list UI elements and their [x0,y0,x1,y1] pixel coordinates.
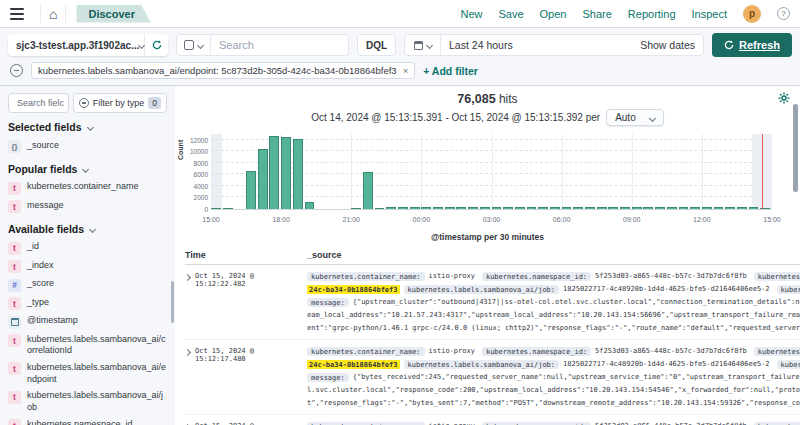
expand-row-icon[interactable] [184,349,191,356]
search-input[interactable]: Search [176,34,349,56]
histogram-bar[interactable] [643,207,653,209]
field-item[interactable]: @timestamp [8,313,167,332]
field-item[interactable]: tkubernetes.container_name [8,179,167,198]
filter-pill[interactable]: kubernetes.labels.sambanova_ai/endpoint:… [31,62,415,79]
breadcrumb[interactable]: Discover [76,5,150,23]
page-scrollbar[interactable] [793,104,798,192]
field-search-input[interactable]: Search fielc [8,93,69,113]
field-item[interactable]: tkubernetes.labels.sambanova_ai/endpoint [8,359,167,387]
histogram-bar[interactable] [667,207,677,209]
menu-icon[interactable] [10,8,24,20]
histogram-bar[interactable] [398,207,408,209]
histogram-bar[interactable] [258,149,268,209]
field-item[interactable]: tkubernetes.labels.sambanova_ai/job [8,388,167,416]
y-tick-label: 8000 [194,159,208,166]
histogram-bar[interactable] [480,207,490,209]
histogram-bar[interactable] [702,207,712,209]
histogram-bar[interactable] [608,207,618,209]
field-item[interactable]: t_id [8,239,167,258]
histogram-chart[interactable]: Count 020004000600080001000012000 15:001… [175,132,800,228]
histogram-bar[interactable] [410,207,420,209]
filter-by-type-button[interactable]: Filter by type 0 [73,93,167,113]
histogram-bar[interactable] [597,207,607,209]
histogram-bar[interactable] [737,207,747,209]
histogram-bar[interactable] [562,207,572,209]
show-dates-button[interactable]: Show dates [640,39,703,51]
histogram-bar[interactable] [456,207,466,209]
date-picker[interactable]: Last 24 hours Show dates [404,34,704,56]
help-icon[interactable]: ? [777,7,790,20]
histogram-bar[interactable] [211,208,221,209]
histogram-bar[interactable] [363,172,373,209]
column-header-time[interactable]: Time [185,250,307,260]
nav-reporting[interactable]: Reporting [628,8,676,20]
nav-share[interactable]: Share [582,8,611,20]
histogram-bar[interactable] [375,208,385,209]
histogram-bar[interactable] [492,207,502,209]
histogram-bar[interactable] [655,207,665,209]
histogram-bar[interactable] [527,207,537,209]
field-item[interactable]: t_index [8,257,167,276]
histogram-bar[interactable] [433,207,443,209]
filter-options-icon[interactable] [10,64,23,77]
query-language-button[interactable]: DQL [357,34,396,56]
nav-open[interactable]: Open [540,8,567,20]
histogram-bar[interactable] [351,208,361,209]
column-header-source[interactable]: _source [307,250,342,260]
histogram-bar[interactable] [305,202,315,209]
histogram-bar[interactable] [573,207,583,209]
histogram-bar[interactable] [679,207,689,209]
histogram-bar[interactable] [293,139,303,209]
histogram-bar[interactable] [550,207,560,209]
string-field-icon: t [8,242,21,255]
field-value: {"bytes_received":245,"requested_server_… [353,373,800,381]
interval-select[interactable]: Auto [606,109,664,126]
change-index-pattern-icon[interactable] [144,34,168,56]
field-item[interactable]: {}_source [8,137,167,156]
section-title[interactable]: Available fields [8,223,167,235]
calendar-icon[interactable] [405,35,441,55]
histogram-bar[interactable] [690,207,700,209]
histogram-bar[interactable] [749,207,759,209]
field-item[interactable]: tmessage [8,197,167,216]
histogram-bar[interactable] [620,207,630,209]
histogram-bar[interactable] [632,207,642,209]
histogram-bar[interactable] [585,207,595,209]
histogram-bar[interactable] [281,137,291,209]
add-filter-button[interactable]: + Add filter [423,65,478,77]
histogram-bar[interactable] [421,207,431,209]
section-title[interactable]: Popular fields [8,163,167,175]
remove-filter-icon[interactable]: × [403,65,409,76]
expand-row-icon[interactable] [184,274,191,281]
index-pattern-select[interactable]: sjc3-tstest.app.3f1902ac... [8,34,168,56]
chart-plot-area[interactable]: 020004000600080001000012000 [211,134,772,210]
sidebar-scrollbar[interactable] [171,281,174,323]
time-range-label[interactable]: Last 24 hours [441,39,640,51]
histogram-bar[interactable] [269,136,279,209]
histogram-bar[interactable] [538,207,548,209]
field-item[interactable]: t_type [8,294,167,313]
string-field-icon: t [8,260,21,273]
histogram-bar[interactable] [515,207,525,209]
nav-new[interactable]: New [460,8,482,20]
histogram-bar[interactable] [445,207,455,209]
nav-inspect[interactable]: Inspect [692,8,727,20]
field-item[interactable]: #_score [8,276,167,295]
saved-query-icon[interactable] [177,35,211,55]
histogram-bar[interactable] [503,207,513,209]
nav-save[interactable]: Save [498,8,523,20]
histogram-bar[interactable] [468,207,478,209]
section-title[interactable]: Selected fields [8,121,167,133]
table-row: Oct 15, 2024 @ 15:12:12.479kubernetes.co… [185,415,800,425]
home-icon[interactable]: ⌂ [40,5,66,23]
histogram-bar[interactable] [386,207,396,209]
avatar[interactable]: p [743,5,761,23]
chart-options-gear-icon[interactable] [778,92,790,104]
histogram-bar[interactable] [714,207,724,209]
refresh-button[interactable]: Refresh [712,33,792,57]
histogram-bar[interactable] [725,207,735,209]
field-item[interactable]: tkubernetes.labels.sambanova_ai/correlat… [8,331,167,359]
histogram-bar[interactable] [246,171,256,209]
histogram-bar[interactable] [223,208,233,209]
field-item[interactable]: tkubernetes.namespace_id [8,416,167,425]
